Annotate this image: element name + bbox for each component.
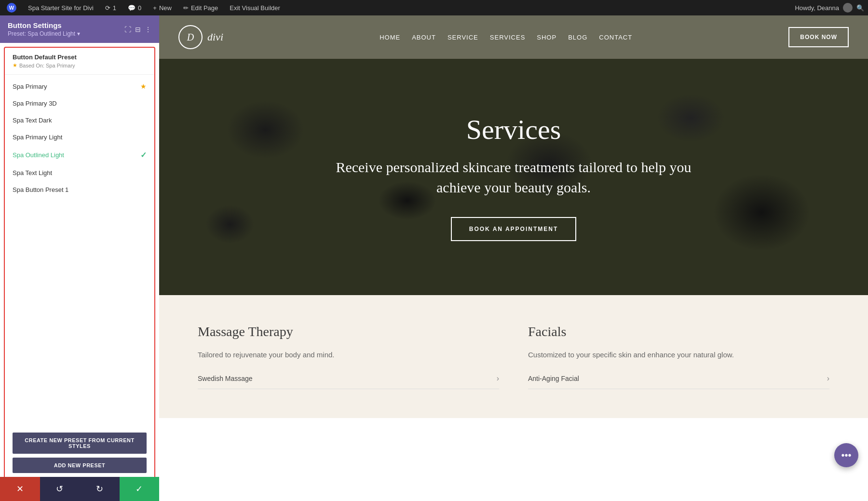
nav-blog[interactable]: BLOG [568,34,587,41]
hero-section: Services Receive personalized skincare t… [159,59,868,295]
comments-item[interactable]: 💬 0 [125,4,144,12]
sidebar-header: Button Settings Preset: Spa Outlined Lig… [0,15,159,43]
fab-icon: ••• [841,450,851,461]
preset-dropdown-header: Button Default Preset ★ Based On: Spa Pr… [5,48,154,75]
logo-circle: D [178,25,203,49]
service-facials: Facials Customized to your specific skin… [528,324,829,389]
redo-icon: ↻ [96,484,103,494]
hero-cta-button[interactable]: BOOK AN APPOINTMENT [451,217,576,241]
add-preset-button[interactable]: ADD NEW PRESET [13,458,147,473]
close-button[interactable]: ✕ [0,477,40,501]
redo-button[interactable]: ↻ [80,477,120,501]
more-icon[interactable]: ⋮ [145,26,151,33]
sidebar-panel: Button Settings Preset: Spa Outlined Lig… [0,15,159,501]
preset-item[interactable]: Spa Outlined Light✓ [5,146,154,164]
greeting-label: Howdy, Deanna [795,4,839,12]
preset-item[interactable]: Spa Text Dark [5,112,154,129]
close-icon: ✕ [16,484,24,494]
hero-content: Services Receive personalized skincare t… [321,113,706,241]
admin-bar-right: Howdy, Deanna 🔍 [795,3,864,13]
sidebar-header-actions: ⛶ ⊟ ⋮ [124,26,151,33]
checkmark-icon: ✓ [140,150,147,160]
wp-logo[interactable]: W [4,3,19,13]
sidebar-title: Button Settings [8,21,80,29]
undo-icon: ↺ [56,484,63,494]
exit-builder-item[interactable]: Exit Visual Builder [227,4,283,12]
star-icon: ★ [13,62,17,68]
new-item[interactable]: + New [150,4,175,12]
nav-about[interactable]: ABOUT [412,34,436,41]
chevron-down-icon: ▾ [77,30,80,37]
comments-icon: 💬 [128,4,136,12]
logo-text: divi [207,31,223,43]
columns-icon[interactable]: ⊟ [135,26,141,33]
service-facials-title: Facials [528,324,829,339]
updates-icon: ⟳ [105,4,110,12]
bottom-toolbar: ✕ ↺ ↻ ✓ [0,477,159,501]
main-content: D divi HOME ABOUT SERVICE SERVICES SHOP … [159,15,868,501]
preset-list: Spa Primary★Spa Primary 3DSpa Text DarkS… [5,75,154,427]
based-on-label: ★ Based On: Spa Primary [13,62,147,68]
chevron-right-icon: › [497,374,499,383]
sidebar-preset-label[interactable]: Preset: Spa Outlined Light ▾ [8,30,80,37]
service-facials-link[interactable]: Anti-Aging Facial › [528,368,829,389]
service-massage-link[interactable]: Swedish Massage › [198,368,499,389]
updates-item[interactable]: ⟳ 1 [102,4,119,12]
star-icon: ★ [140,82,147,90]
fullscreen-icon[interactable]: ⛶ [124,26,131,33]
preset-item[interactable]: Spa Text Light [5,164,154,181]
sidebar-header-info: Button Settings Preset: Spa Outlined Lig… [8,21,80,37]
plus-icon: + [153,4,157,12]
hero-title: Services [321,113,706,146]
service-facials-desc: Customized to your specific skin and enh… [528,349,829,361]
edit-page-item[interactable]: ✏ Edit Page [180,4,221,12]
save-button[interactable]: ✓ [120,477,160,501]
default-preset-label: Button Default Preset [13,54,147,61]
undo-button[interactable]: ↺ [40,477,80,501]
preset-item[interactable]: Spa Primary★ [5,78,154,95]
nav-shop[interactable]: SHOP [537,34,556,41]
hero-subtitle: Receive personalized skincare treatments… [321,157,706,198]
preset-item[interactable]: Spa Button Preset 1 [5,181,154,198]
admin-bar: W Spa Starter Site for Divi ⟳ 1 💬 0 + Ne… [0,0,868,15]
save-icon: ✓ [136,484,143,494]
services-section: Massage Therapy Tailored to rejuvenate y… [159,295,868,418]
preset-dropdown: Button Default Preset ★ Based On: Spa Pr… [4,47,155,497]
nav-home[interactable]: HOME [380,34,400,41]
site-logo: D divi [178,25,223,49]
site-nav: D divi HOME ABOUT SERVICE SERVICES SHOP … [159,15,868,59]
site-name[interactable]: Spa Starter Site for Divi [25,4,96,12]
pencil-icon: ✏ [183,4,189,12]
chevron-right-icon-2: › [827,374,829,383]
service-massage-desc: Tailored to rejuvenate your body and min… [198,349,499,361]
avatar [843,3,853,13]
nav-links: HOME ABOUT SERVICE SERVICES SHOP BLOG CO… [380,34,632,41]
fab-button[interactable]: ••• [834,443,858,467]
nav-services[interactable]: SERVICES [490,34,526,41]
service-massage: Massage Therapy Tailored to rejuvenate y… [198,324,499,389]
preset-item[interactable]: Spa Primary Light [5,129,154,146]
nav-contact[interactable]: CONTACT [599,34,632,41]
nav-service[interactable]: SERVICE [448,34,478,41]
services-grid: Massage Therapy Tailored to rejuvenate y… [198,324,829,389]
create-preset-button[interactable]: CREATE NEW PRESET FROM CURRENT STYLES [13,433,147,454]
preset-item[interactable]: Spa Primary 3D [5,95,154,112]
service-massage-title: Massage Therapy [198,324,499,339]
search-icon[interactable]: 🔍 [856,4,864,12]
book-now-button[interactable]: BOOK NOW [788,27,849,47]
wp-logo-icon: W [7,3,16,13]
